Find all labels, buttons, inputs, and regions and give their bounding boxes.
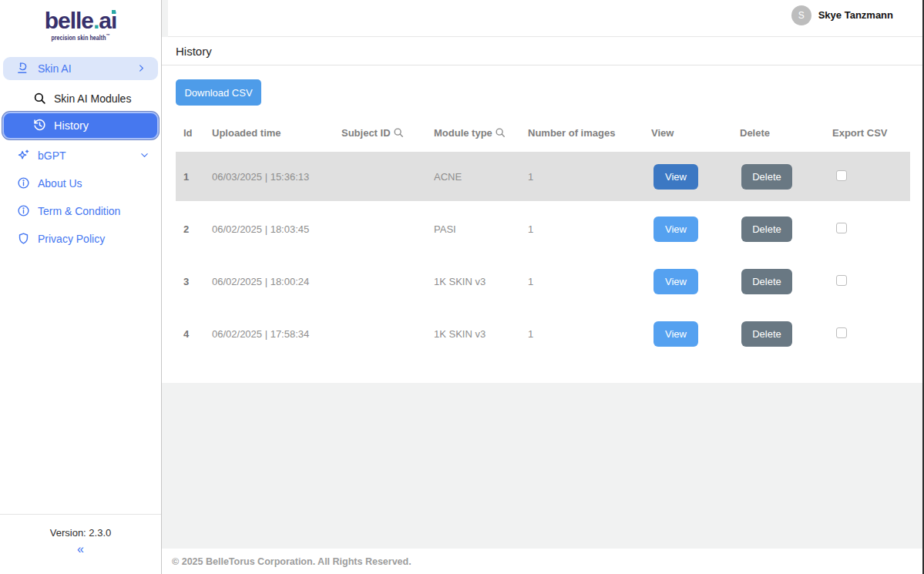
table-body: 1 06/03/2025 | 15:36:13 ACNE 1 View Dele… — [176, 152, 910, 358]
sparkle-icon — [17, 149, 30, 162]
sidebar-item-label: bGPT — [38, 149, 66, 162]
sidebar: belle.ai precision skin health™ Skin AI — [0, 0, 162, 574]
delete-button[interactable]: Delete — [741, 269, 792, 294]
col-header-uploaded-time: Uploaded time — [212, 127, 341, 139]
cell-number-of-images: 1 — [528, 328, 651, 340]
brand-tagline: precision skin health™ — [15, 33, 146, 42]
view-button[interactable]: View — [654, 269, 698, 294]
export-csv-checkbox[interactable] — [836, 223, 847, 233]
cell-number-of-images: 1 — [528, 171, 651, 183]
search-icon — [33, 92, 46, 105]
sidebar-item-skin-ai[interactable]: Skin AI — [3, 57, 158, 80]
cell-id: 3 — [176, 276, 212, 287]
avatar[interactable]: S — [791, 5, 811, 25]
cell-uploaded-time: 06/02/2025 | 18:00:24 — [212, 276, 341, 287]
col-header-id: Id — [176, 127, 212, 139]
card-body: Download CSV Id Uploaded time Subject ID… — [162, 65, 924, 383]
view-button[interactable]: View — [654, 321, 698, 347]
skin-ai-icon — [16, 62, 29, 75]
history-icon — [33, 119, 46, 132]
table-header: Id Uploaded time Subject ID Module type … — [176, 116, 910, 149]
cell-number-of-images: 1 — [528, 223, 651, 235]
copyright-text: © 2025 BelleTorus Corporation. All Right… — [172, 556, 412, 567]
export-csv-checkbox[interactable] — [836, 170, 847, 181]
download-csv-button[interactable]: Download CSV — [176, 79, 261, 106]
chevron-right-icon — [137, 64, 146, 72]
info-icon — [17, 176, 30, 190]
brand-name: belle.ai — [0, 9, 161, 32]
sidebar-item-term-condition[interactable]: Term & Condition — [0, 200, 161, 222]
col-header-module-type: Module type — [434, 127, 528, 139]
sidebar-nav: Skin AI Skin AI Modules — [0, 57, 161, 250]
app: belle.ai precision skin health™ Skin AI — [0, 0, 924, 574]
history-card: History Download CSV Id Uploaded time Su… — [162, 37, 924, 383]
chevron-down-icon — [140, 151, 149, 159]
brand-logo: belle.ai precision skin health™ — [0, 0, 161, 42]
cell-number-of-images: 1 — [528, 276, 651, 287]
page-title: History — [162, 37, 924, 65]
cell-module-type: ACNE — [434, 171, 528, 183]
search-icon[interactable] — [393, 127, 404, 138]
table-row: 3 06/02/2025 | 18:00:24 1K SKIN v3 1 Vie… — [176, 257, 910, 306]
cell-module-type: PASI — [434, 223, 528, 235]
sidebar-item-label: Skin AI Modules — [54, 92, 131, 105]
footer: © 2025 BelleTorus Corporation. All Right… — [162, 549, 924, 574]
sidebar-item-history[interactable]: History — [2, 112, 159, 139]
cell-module-type: 1K SKIN v3 — [434, 276, 528, 287]
cell-id: 4 — [176, 328, 212, 340]
sidebar-item-privacy-policy[interactable]: Privacy Policy — [0, 228, 161, 250]
cell-uploaded-time: 06/02/2025 | 18:03:45 — [212, 223, 341, 235]
col-header-delete: Delete — [740, 127, 832, 139]
topbar: S Skye Tanzmann — [168, 0, 924, 37]
cell-id: 1 — [176, 171, 212, 183]
info-icon — [17, 204, 30, 217]
username[interactable]: Skye Tanzmann — [818, 9, 893, 21]
export-csv-checkbox[interactable] — [836, 327, 847, 338]
col-header-subject-id: Subject ID — [341, 127, 434, 139]
sidebar-item-label: Term & Condition — [38, 205, 120, 217]
main-content: S Skye Tanzmann History Download CSV Id … — [162, 0, 924, 574]
table-row: 1 06/03/2025 | 15:36:13 ACNE 1 View Dele… — [176, 152, 910, 201]
cell-id: 2 — [176, 223, 212, 235]
col-header-view: View — [651, 127, 740, 139]
table-row: 2 06/02/2025 | 18:03:45 PASI 1 View Dele… — [176, 204, 910, 253]
sidebar-item-about-us[interactable]: About Us — [0, 173, 161, 194]
version-label: Version: 2.3.0 — [0, 527, 161, 539]
delete-button[interactable]: Delete — [741, 164, 792, 190]
col-header-number-of-images: Number of images — [528, 127, 651, 139]
table-row: 4 06/02/2025 | 17:58:34 1K SKIN v3 1 Vie… — [176, 309, 910, 358]
view-button[interactable]: View — [654, 217, 698, 242]
cell-module-type: 1K SKIN v3 — [434, 328, 528, 340]
sidebar-item-label: About Us — [38, 177, 82, 190]
search-icon[interactable] — [495, 127, 506, 138]
view-button[interactable]: View — [654, 164, 698, 190]
shield-icon — [17, 232, 30, 245]
cell-uploaded-time: 06/03/2025 | 15:36:13 — [212, 171, 341, 183]
content-background — [162, 383, 924, 549]
delete-button[interactable]: Delete — [741, 217, 792, 242]
export-csv-checkbox[interactable] — [836, 275, 847, 286]
col-header-export-csv: Export CSV — [832, 127, 909, 139]
delete-button[interactable]: Delete — [741, 321, 792, 347]
collapse-sidebar-button[interactable]: « — [0, 542, 161, 556]
cell-uploaded-time: 06/02/2025 | 17:58:34 — [212, 328, 341, 340]
sidebar-item-label: Skin AI — [38, 62, 72, 75]
sidebar-item-label: History — [54, 119, 89, 132]
sidebar-item-bgpt[interactable]: bGPT — [0, 145, 161, 166]
sidebar-item-skin-ai-modules[interactable]: Skin AI Modules — [0, 88, 161, 109]
sidebar-footer: Version: 2.3.0 « — [0, 514, 161, 574]
sidebar-item-label: Privacy Policy — [38, 233, 105, 245]
history-table: Id Uploaded time Subject ID Module type … — [176, 116, 910, 358]
